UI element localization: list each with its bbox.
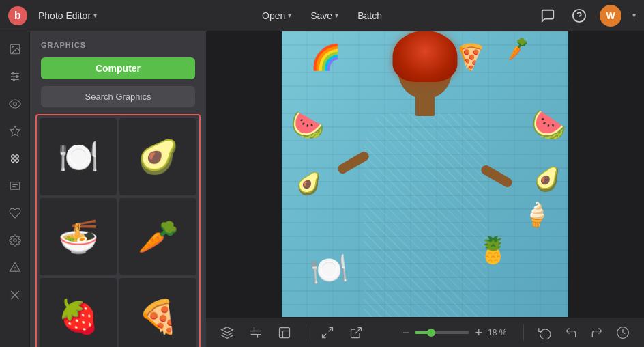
zoom-label: 18 % (488, 328, 512, 337)
app-title-chevron: ▾ (93, 12, 97, 19)
bottom-right-icons (535, 322, 633, 343)
svg-line-33 (355, 327, 361, 333)
graphics-grid-container: 🍽️🥑🍜🥕🍓🍕🧁🍦 (30, 114, 206, 347)
graphic-item-1[interactable]: 🥑 (119, 118, 196, 195)
save-chevron: ▾ (335, 12, 338, 19)
separator-1 (306, 324, 306, 341)
search-graphics-label: Search Graphics (85, 92, 151, 102)
topbar-right: W ▾ (499, 5, 636, 27)
sidebar-section-title: GRAPHICS (30, 31, 206, 55)
graphics-grid: 🍽️🥑🍜🥕🍓🍕🧁🍦 (40, 118, 196, 347)
redo-button[interactable] (587, 322, 607, 343)
layout-button[interactable] (274, 322, 295, 343)
nav-image-btn[interactable] (3, 37, 27, 61)
topbar-left: b Photo Editor ▾ (8, 6, 145, 25)
zoom-slider[interactable] (415, 331, 469, 334)
nav-adjust-btn[interactable] (3, 64, 27, 89)
canvas-image: 🍕🥕🍉🥑🍦🍍🍽️🌈🍉🥑 (282, 31, 568, 317)
graphic-item-4[interactable]: 🍓 (40, 278, 117, 347)
nav-eraser-btn[interactable] (3, 255, 27, 280)
separator-2 (523, 324, 524, 341)
zoom-slider-fill (415, 331, 431, 334)
svg-point-12 (11, 155, 14, 158)
svg-point-3 (12, 46, 14, 48)
svg-line-31 (329, 327, 333, 331)
nav-graphics-btn[interactable] (3, 146, 27, 171)
svg-point-7 (12, 72, 14, 74)
zoom-plus-button[interactable]: + (475, 327, 482, 339)
svg-point-10 (13, 102, 16, 106)
icon-nav (0, 31, 30, 347)
batch-button[interactable]: Batch (351, 8, 389, 24)
zoom-section: − + 18 % (402, 327, 512, 339)
open-button[interactable]: Open ▾ (255, 8, 298, 24)
open-chevron: ▾ (288, 12, 291, 19)
graphic-item-3[interactable]: 🥕 (119, 198, 196, 275)
bottom-bar: − + 18 % (206, 317, 644, 347)
nav-eye-btn[interactable] (3, 92, 27, 116)
sidebar: GRAPHICS Computer Search Graphics 🍽️🥑🍜🥕🍓… (30, 31, 206, 347)
photo-background: 🍕🥕🍉🥑🍦🍍🍽️🌈🍉🥑 (282, 31, 568, 317)
avatar-chevron: ▾ (632, 12, 636, 19)
nav-brush-btn[interactable] (3, 283, 27, 307)
svg-line-32 (323, 333, 327, 337)
app-logo: b (8, 6, 27, 25)
app-title-label: Photo Editor (38, 10, 91, 21)
graphic-item-5[interactable]: 🍕 (119, 278, 196, 347)
woman-dress (364, 113, 486, 317)
svg-point-13 (15, 155, 18, 158)
woman-body (357, 65, 493, 317)
nav-heart-btn[interactable] (3, 201, 27, 225)
app-title-button[interactable]: Photo Editor ▾ (31, 8, 104, 24)
svg-point-19 (13, 239, 16, 242)
svg-marker-25 (222, 327, 233, 332)
nav-star-btn[interactable] (3, 119, 27, 143)
svg-point-14 (11, 159, 14, 163)
topbar-center: Open ▾ Save ▾ Batch (145, 8, 499, 24)
chat-icon-button[interactable] (537, 5, 559, 27)
main-content: GRAPHICS Computer Search Graphics 🍽️🥑🍜🥕🍓… (0, 31, 644, 347)
user-avatar-button[interactable]: W (600, 5, 621, 27)
search-graphics-bar[interactable]: Search Graphics (41, 86, 195, 107)
nav-text-btn[interactable] (3, 174, 27, 198)
svg-point-8 (16, 76, 18, 78)
graphic-item-2[interactable]: 🍜 (40, 198, 117, 275)
help-icon-button[interactable] (568, 5, 590, 27)
expand-button[interactable] (317, 322, 338, 343)
computer-button[interactable]: Computer (41, 57, 195, 79)
layers-button[interactable] (217, 322, 237, 343)
topbar: b Photo Editor ▾ Open ▾ Save ▾ Batch (0, 0, 644, 31)
crop-button[interactable] (246, 322, 266, 343)
woman-hair (393, 31, 458, 82)
history-button[interactable] (613, 322, 633, 343)
external-button[interactable] (346, 322, 366, 343)
svg-point-9 (13, 79, 15, 81)
graphics-selection-box: 🍽️🥑🍜🥕🍓🍕🧁🍦 (35, 114, 201, 347)
canvas-area: 🍕🥕🍉🥑🍦🍍🍽️🌈🍉🥑 (206, 31, 644, 347)
svg-rect-28 (280, 327, 290, 337)
graphic-item-0[interactable]: 🍽️ (40, 118, 117, 195)
rotate-reset-button[interactable] (535, 322, 555, 343)
svg-rect-16 (10, 182, 20, 190)
nav-settings-btn[interactable] (3, 228, 27, 253)
save-button[interactable]: Save ▾ (304, 8, 345, 24)
svg-point-15 (15, 159, 18, 163)
undo-button[interactable] (561, 322, 581, 343)
zoom-minus-button[interactable]: − (402, 327, 410, 339)
canvas-workspace[interactable]: 🍕🥕🍉🥑🍦🍍🍽️🌈🍉🥑 (206, 31, 644, 317)
svg-marker-11 (10, 126, 20, 136)
zoom-slider-thumb (427, 329, 435, 337)
